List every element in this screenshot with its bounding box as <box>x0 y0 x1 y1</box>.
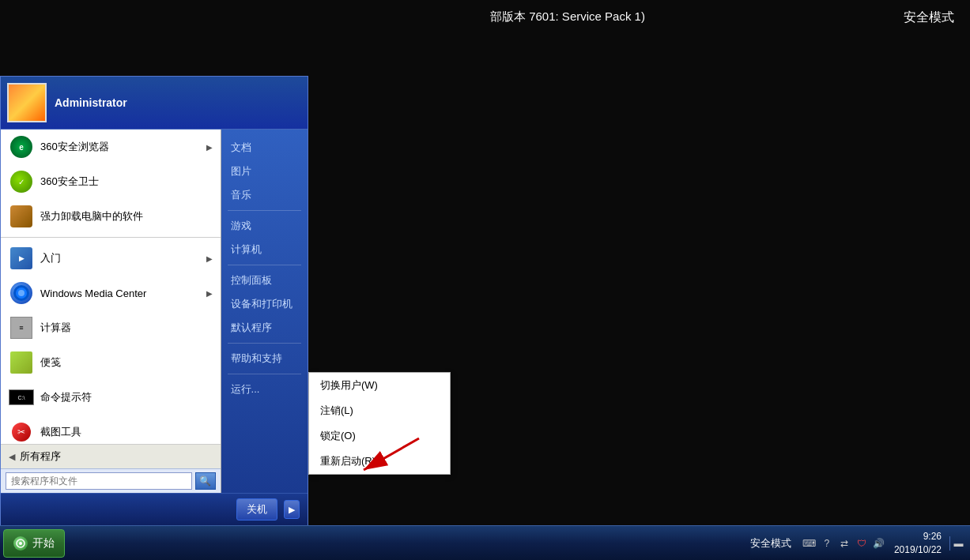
right-item-devices[interactable]: 设备和打印机 <box>221 292 308 316</box>
uninstall-icon <box>9 204 34 229</box>
menu-item-360-browser-label: 360安全浏览器 <box>40 140 200 154</box>
start-label: 开始 <box>32 536 55 551</box>
submenu-item-switch-user[interactable]: 切换用户(W) <box>309 373 450 398</box>
desktop: 部版本 7601: Service Pack 1) 安全模式 Administr… <box>0 0 970 560</box>
menu-item-cmd-label: 命令提示符 <box>40 390 213 404</box>
separator-1 <box>1 237 221 238</box>
right-separator-4 <box>228 374 301 374</box>
svg-point-2 <box>18 290 25 296</box>
wmc-icon <box>9 280 34 306</box>
menu-item-360-browser[interactable]: e 360安全浏览器 ▶ <box>1 130 221 164</box>
all-programs-label: 所有程序 <box>20 449 61 464</box>
menu-item-snip-label: 截图工具 <box>40 425 213 439</box>
menu-item-intro[interactable]: ▶ 入门 ▶ <box>1 241 221 276</box>
start-menu-body: e 360安全浏览器 ▶ ✓ 360安全卫士 <box>1 130 308 493</box>
left-panel-items: e 360安全浏览器 ▶ ✓ 360安全卫士 <box>1 130 221 444</box>
shutdown-arrow-button[interactable]: ▶ <box>284 500 300 519</box>
right-item-default[interactable]: 默认程序 <box>221 316 308 340</box>
svg-point-6 <box>19 542 22 545</box>
submenu-item-logout[interactable]: 注销(L) <box>309 398 450 423</box>
menu-item-360-guard[interactable]: ✓ 360安全卫士 <box>1 164 221 199</box>
taskbar-right: 安全模式 ⌨ ? ⇄ 🛡 🔊 9:26 2019/10/22 ▬ <box>750 526 970 560</box>
menu-item-notes[interactable]: 便笺 <box>1 345 221 380</box>
menu-item-snip[interactable]: ✂ 截图工具 <box>1 415 221 444</box>
taskbar: 开始 安全模式 ⌨ ? ⇄ 🛡 🔊 9:26 2019/10/22 ▬ <box>0 525 970 560</box>
safe-mode-top: 安全模式 <box>904 9 954 26</box>
safe-mode-taskbar: 安全模式 <box>750 536 791 551</box>
arrow-icon-3: ▶ <box>206 289 213 298</box>
svg-line-4 <box>364 438 419 470</box>
network-tray-icon[interactable]: ⇄ <box>837 536 851 551</box>
shutdown-button[interactable]: 关机 <box>236 498 277 521</box>
menu-item-wmc-label: Windows Media Center <box>40 288 200 299</box>
start-orb-icon <box>13 536 28 551</box>
menu-item-360-guard-label: 360安全卫士 <box>40 175 213 189</box>
right-item-docs[interactable]: 文档 <box>221 136 308 160</box>
start-menu: Administrator e 360安全浏览器 ▶ <box>0 76 308 525</box>
left-panel: e 360安全浏览器 ▶ ✓ 360安全卫士 <box>1 130 221 493</box>
right-item-games[interactable]: 游戏 <box>221 214 308 238</box>
keyboard-tray-icon[interactable]: ⌨ <box>802 536 817 551</box>
start-button[interactable]: 开始 <box>3 529 65 558</box>
menu-item-intro-label: 入门 <box>40 251 200 265</box>
right-separator-1 <box>228 210 301 211</box>
user-avatar <box>7 83 47 122</box>
right-item-run[interactable]: 运行... <box>221 378 308 401</box>
help-tray-icon[interactable]: ? <box>820 536 834 551</box>
menu-item-notes-label: 便笺 <box>40 355 213 370</box>
right-item-music[interactable]: 音乐 <box>221 183 308 207</box>
all-programs-row[interactable]: ◀ 所有程序 <box>1 444 221 468</box>
right-item-control[interactable]: 控制面板 <box>221 269 308 292</box>
search-input[interactable] <box>6 472 192 490</box>
security-tray-icon[interactable]: 🛡 <box>855 536 869 551</box>
right-item-pictures[interactable]: 图片 <box>221 160 308 183</box>
menu-item-wmc[interactable]: Windows Media Center ▶ <box>1 276 221 310</box>
show-desktop-icon[interactable]: ▬ <box>949 536 964 551</box>
menu-item-calculator[interactable]: ≡ 计算器 <box>1 310 221 345</box>
calculator-icon: ≡ <box>9 315 34 340</box>
360-guard-icon: ✓ <box>9 169 34 194</box>
menu-item-calculator-label: 计算器 <box>40 321 213 335</box>
search-bar: 🔍 <box>1 468 221 493</box>
right-panel: 文档 图片 音乐 游戏 计算机 控制面板 设备和打印机 默认程序 帮助和支持 运… <box>221 130 308 493</box>
clock-date: 2019/10/22 <box>894 543 942 557</box>
arrow-icon: ▶ <box>206 143 213 152</box>
arrow-icon-2: ▶ <box>206 254 213 263</box>
right-item-help[interactable]: 帮助和支持 <box>221 347 308 370</box>
snip-icon: ✂ <box>9 419 34 444</box>
cmd-icon: C:\ <box>9 385 34 410</box>
menu-item-cmd[interactable]: C:\ 命令提示符 <box>1 380 221 415</box>
version-text: 部版本 7601: Service Pack 1) <box>490 9 645 24</box>
start-menu-header: Administrator <box>1 77 308 130</box>
start-menu-bottom: 关机 ▶ <box>1 493 308 525</box>
menu-item-uninstall[interactable]: 强力卸载电脑中的软件 <box>1 199 221 234</box>
volume-tray-icon[interactable]: 🔊 <box>872 536 886 551</box>
red-arrow <box>340 430 435 481</box>
intro-icon: ▶ <box>9 246 34 271</box>
right-separator-3 <box>228 343 301 344</box>
right-item-computer[interactable]: 计算机 <box>221 238 308 261</box>
clock-time: 9:26 <box>894 530 942 543</box>
right-separator-2 <box>228 265 301 265</box>
menu-item-uninstall-label: 强力卸载电脑中的软件 <box>40 209 213 224</box>
360-browser-icon: e <box>9 134 34 160</box>
clock: 9:26 2019/10/22 <box>889 530 946 557</box>
notes-icon <box>9 350 34 375</box>
username: Administrator <box>55 96 127 109</box>
search-button[interactable]: 🔍 <box>195 472 216 490</box>
